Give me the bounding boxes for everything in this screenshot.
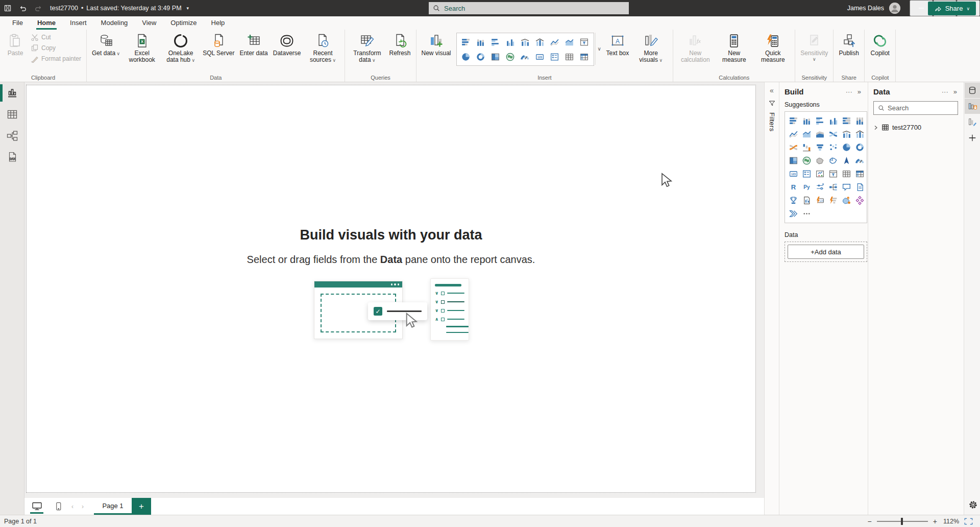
power-automate-suggestion[interactable] bbox=[787, 207, 800, 220]
filters-pane-label[interactable]: Filters bbox=[768, 112, 776, 132]
power-automate-visual-suggestion[interactable] bbox=[827, 194, 840, 207]
parameters-suggestion[interactable] bbox=[814, 181, 826, 194]
new-measure-button[interactable]: New measure bbox=[715, 32, 753, 65]
pie-chart-visual-button[interactable] bbox=[460, 50, 472, 63]
area-chart-visual-button[interactable] bbox=[564, 35, 576, 49]
share-button[interactable]: Share ∨ bbox=[928, 2, 976, 15]
menu-tab-optimize[interactable]: Optimize bbox=[163, 17, 204, 30]
save-icon[interactable] bbox=[0, 0, 15, 16]
sidebar-item-model-view[interactable] bbox=[0, 125, 24, 147]
text-box-button[interactable]: AText box bbox=[604, 32, 631, 58]
sidebar-item-dax-query-view[interactable]: DAX bbox=[0, 147, 24, 168]
shape-map-suggestion[interactable] bbox=[827, 154, 840, 167]
menu-tab-view[interactable]: View bbox=[135, 17, 163, 30]
settings-gear-icon[interactable] bbox=[965, 497, 980, 512]
data-pane-more-icon[interactable]: ··· bbox=[939, 88, 951, 95]
python-visual-suggestion[interactable]: Py bbox=[800, 181, 813, 194]
line-and-clustered-column-chart-suggestion[interactable] bbox=[853, 128, 866, 140]
line-and-stacked-column-chart-suggestion[interactable] bbox=[840, 128, 853, 140]
avatar[interactable] bbox=[889, 3, 900, 14]
title-dropdown-caret[interactable]: ▾ bbox=[187, 6, 189, 11]
slicer-visual-button[interactable] bbox=[578, 35, 591, 49]
q-and-a-suggestion[interactable] bbox=[840, 181, 853, 194]
menu-tab-file[interactable]: File bbox=[5, 17, 30, 30]
zoom-handle[interactable] bbox=[901, 518, 903, 525]
power-bi-report-suggestion[interactable] bbox=[800, 194, 813, 207]
slicer-suggestion[interactable] bbox=[827, 167, 840, 180]
zoom-in-button[interactable]: + bbox=[932, 517, 938, 525]
sql-server-button[interactable]: SQL Server bbox=[201, 32, 236, 58]
fit-to-page-icon[interactable] bbox=[964, 518, 973, 525]
transform-data-button[interactable]: Transform data ∨ bbox=[348, 32, 386, 65]
quick-measure-button[interactable]: Quick measure bbox=[754, 32, 792, 65]
stacked-area-chart-suggestion[interactable] bbox=[814, 128, 826, 140]
map-suggestion[interactable] bbox=[800, 154, 813, 167]
stacked-column-chart-visual-button[interactable] bbox=[475, 35, 487, 49]
menu-tab-help[interactable]: Help bbox=[204, 17, 232, 30]
gallery-expand-icon[interactable]: ∨ bbox=[595, 33, 603, 65]
matrix-visual-button[interactable] bbox=[578, 50, 591, 63]
new-page-button[interactable]: + bbox=[132, 498, 151, 515]
data-pane-collapse-icon[interactable]: » bbox=[951, 88, 960, 95]
build-pane-collapse-icon[interactable]: » bbox=[855, 88, 864, 95]
sidebar-item-table-view[interactable] bbox=[0, 104, 24, 125]
map-visual-button[interactable] bbox=[504, 50, 517, 63]
funnel-chart-suggestion[interactable] bbox=[814, 141, 826, 154]
onelake-data-hub-button[interactable]: OneLake data hub ∨ bbox=[162, 32, 200, 65]
table-suggestion[interactable] bbox=[840, 167, 853, 180]
new-visual-button[interactable]: New visual bbox=[420, 32, 453, 58]
data-pane-toggle[interactable] bbox=[965, 83, 980, 98]
expand-filters-icon[interactable]: « bbox=[770, 86, 774, 94]
pie-chart-suggestion[interactable] bbox=[840, 141, 853, 154]
card-suggestion[interactable]: 123 bbox=[787, 167, 800, 180]
gauge-visual-button[interactable] bbox=[519, 50, 531, 63]
multi-row-card-visual-button[interactable] bbox=[549, 50, 561, 63]
document-title[interactable]: test27700 • Last saved: Yesterday at 3:4… bbox=[50, 5, 189, 12]
menu-tab-modeling[interactable]: Modeling bbox=[94, 17, 135, 30]
metrics-suggestion[interactable] bbox=[787, 194, 800, 207]
power-apps-visual-suggestion[interactable]: 123 bbox=[814, 194, 826, 207]
build-pane-more-icon[interactable]: ··· bbox=[843, 88, 855, 95]
format-pane-toggle[interactable] bbox=[965, 114, 980, 130]
dataverse-button[interactable]: Dataverse bbox=[271, 32, 303, 58]
clustered-column-chart-visual-button[interactable] bbox=[504, 35, 517, 49]
menu-tab-home[interactable]: Home bbox=[30, 17, 63, 30]
copilot-button[interactable]: Copilot bbox=[868, 32, 892, 58]
donut-chart-suggestion[interactable] bbox=[853, 141, 866, 154]
ribbon-chart-suggestion[interactable] bbox=[827, 128, 840, 140]
search-input[interactable] bbox=[444, 5, 625, 12]
recent-sources-button[interactable]: Recent sources ∨ bbox=[304, 32, 341, 65]
kpi-suggestion[interactable] bbox=[814, 167, 826, 180]
paginated-report-suggestion[interactable] bbox=[853, 181, 866, 194]
data-search-input[interactable] bbox=[888, 104, 953, 112]
clustered-bar-chart-suggestion[interactable] bbox=[814, 114, 826, 127]
menu-tab-insert[interactable]: Insert bbox=[63, 17, 94, 30]
more-visual-types-suggestion[interactable] bbox=[800, 207, 813, 220]
stacked-bar-chart-visual-button[interactable] bbox=[460, 35, 472, 49]
desktop-layout-button[interactable] bbox=[28, 498, 46, 515]
enter-data-button[interactable]: Enter data bbox=[237, 32, 270, 58]
sidebar-item-report-view[interactable] bbox=[0, 82, 24, 104]
report-canvas[interactable]: Build visuals with your data Select or d… bbox=[26, 85, 756, 493]
line-chart-suggestion[interactable] bbox=[787, 128, 800, 140]
multi-row-card-suggestion[interactable] bbox=[800, 167, 813, 180]
undo-icon[interactable] bbox=[15, 0, 31, 16]
stacked-bar-chart-suggestion[interactable] bbox=[787, 114, 800, 127]
arcgis-map-suggestion[interactable] bbox=[853, 194, 866, 207]
global-search[interactable] bbox=[429, 2, 629, 14]
clustered-bar-chart-visual-button[interactable] bbox=[489, 35, 502, 49]
line-chart-visual-button[interactable] bbox=[549, 35, 561, 49]
new-calculation-button[interactable]: fxNew calculation bbox=[676, 32, 714, 65]
cut-button[interactable]: Cut bbox=[29, 33, 83, 42]
add-pane-button[interactable] bbox=[965, 130, 980, 146]
page-tab[interactable]: Page 1 bbox=[94, 498, 132, 515]
more-visuals-button[interactable]: More visuals ∨ bbox=[632, 32, 670, 65]
donut-chart-visual-button[interactable] bbox=[475, 50, 487, 63]
excel-workbook-button[interactable]: XExcel workbook bbox=[123, 32, 161, 65]
user-name[interactable]: James Dales bbox=[847, 5, 884, 12]
matrix-suggestion[interactable] bbox=[853, 167, 866, 180]
chevron-right-icon[interactable] bbox=[873, 125, 878, 130]
scatter-chart-suggestion[interactable] bbox=[827, 141, 840, 154]
100-stacked-column-chart-suggestion[interactable] bbox=[853, 114, 866, 127]
r-script-visual-suggestion[interactable]: R bbox=[787, 181, 800, 194]
